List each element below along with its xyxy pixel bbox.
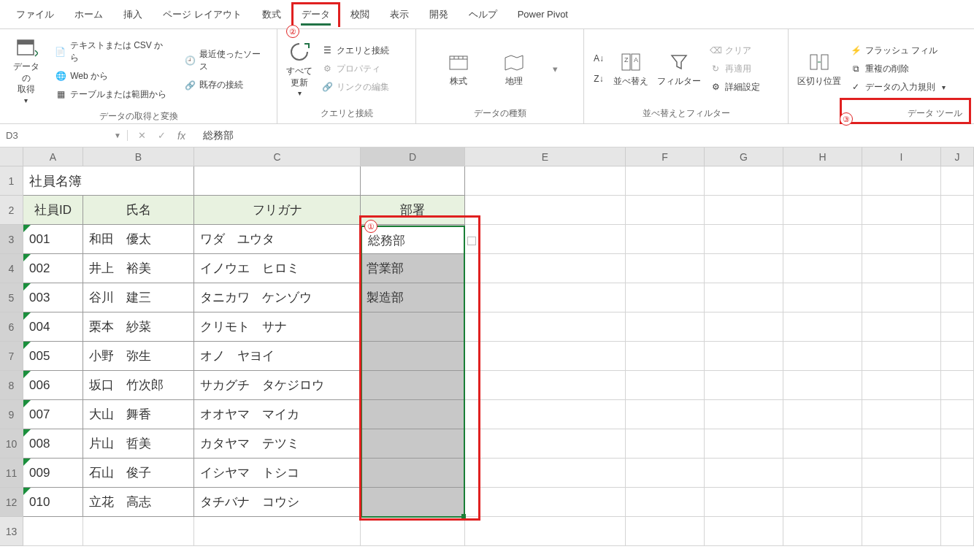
cell-G7[interactable] xyxy=(705,342,783,371)
row-header-1[interactable]: 1 xyxy=(0,166,23,196)
cell-F4[interactable] xyxy=(626,254,705,283)
cell-C13[interactable] xyxy=(194,517,361,546)
cell-E8[interactable] xyxy=(465,371,626,400)
cell-I5[interactable] xyxy=(862,283,941,312)
tab-review[interactable]: 校閲 xyxy=(340,2,380,27)
cell-F12[interactable] xyxy=(626,488,705,517)
cell-H9[interactable] xyxy=(783,400,862,429)
cell-D8[interactable] xyxy=(361,371,465,400)
cell-G10[interactable] xyxy=(705,429,783,459)
cell-D2[interactable]: 部署 xyxy=(361,196,465,225)
cell-E6[interactable] xyxy=(465,312,626,342)
cell-B9[interactable]: 大山 舞香 xyxy=(83,400,194,429)
cell-B3[interactable]: 和田 優太 xyxy=(83,225,194,254)
cell-J6[interactable] xyxy=(941,312,974,342)
cell-B1[interactable] xyxy=(83,166,194,196)
cell-D11[interactable] xyxy=(361,459,465,488)
cell-D12[interactable] xyxy=(361,488,465,517)
remove-duplicates-button[interactable]: ⧉重複の削除 xyxy=(845,61,950,77)
cell-F7[interactable] xyxy=(626,342,705,371)
filter-button[interactable]: フィルター xyxy=(653,47,705,91)
fx-icon[interactable]: fx xyxy=(177,130,185,142)
properties-button[interactable]: ⚙プロパティ xyxy=(317,61,394,77)
cell-B8[interactable]: 坂口 竹次郎 xyxy=(83,371,194,400)
data-validation-button[interactable]: ✓データの入力規則▾ xyxy=(845,79,950,96)
cell-D13[interactable] xyxy=(361,517,465,546)
cell-G12[interactable] xyxy=(705,488,783,517)
from-table-button[interactable]: ▦テーブルまたは範囲から xyxy=(50,86,174,103)
cell-H3[interactable] xyxy=(783,225,862,254)
tab-insert[interactable]: 挿入 xyxy=(113,2,153,27)
col-header-J[interactable]: J xyxy=(941,147,974,166)
col-header-B[interactable]: B xyxy=(83,147,194,166)
cell-C5[interactable]: タニカワ ケンゾウ xyxy=(194,283,361,312)
tab-view[interactable]: 表示 xyxy=(380,2,419,27)
cell-G2[interactable] xyxy=(705,196,783,225)
row-header-11[interactable]: 11 xyxy=(0,459,23,488)
cell-F3[interactable] xyxy=(626,225,705,254)
cell-I6[interactable] xyxy=(862,312,941,342)
cell-J11[interactable] xyxy=(941,459,974,488)
cell-I13[interactable] xyxy=(862,517,941,546)
clear-filter-button[interactable]: ⌫クリア xyxy=(705,42,764,59)
active-cell-D3[interactable]: 総務部 xyxy=(362,227,464,253)
cell-A8[interactable]: 006 xyxy=(23,371,83,400)
cell-J7[interactable] xyxy=(941,342,974,371)
cell-D10[interactable] xyxy=(361,429,465,459)
advanced-filter-button[interactable]: ⚙詳細設定 xyxy=(705,79,764,96)
cell-I9[interactable] xyxy=(862,400,941,429)
cell-A13[interactable] xyxy=(23,517,83,546)
cell-G1[interactable] xyxy=(705,166,783,196)
col-header-G[interactable]: G xyxy=(705,147,783,166)
cell-J4[interactable] xyxy=(941,254,974,283)
cell-D6[interactable] xyxy=(361,312,465,342)
cell-I11[interactable] xyxy=(862,459,941,488)
cell-E1[interactable] xyxy=(465,166,626,196)
cell-G8[interactable] xyxy=(705,371,783,400)
cell-F8[interactable] xyxy=(626,371,705,400)
row-header-8[interactable]: 8 xyxy=(0,371,23,400)
row-header-4[interactable]: 4 xyxy=(0,254,23,283)
cell-C7[interactable]: オノ ヤヨイ xyxy=(194,342,361,371)
cell-J9[interactable] xyxy=(941,400,974,429)
cell-A10[interactable]: 008 xyxy=(23,429,83,459)
tab-page-layout[interactable]: ページ レイアウト xyxy=(153,2,252,27)
cell-H2[interactable] xyxy=(783,196,862,225)
name-box-dropdown-icon[interactable]: ▼ xyxy=(114,131,121,139)
cell-H11[interactable] xyxy=(783,459,862,488)
cell-E2[interactable] xyxy=(465,196,626,225)
row-header-3[interactable]: 3 xyxy=(0,225,23,254)
row-header-7[interactable]: 7 xyxy=(0,342,23,371)
text-to-columns-button[interactable]: 区切り位置 xyxy=(793,32,845,105)
row-header-9[interactable]: 9 xyxy=(0,400,23,429)
cell-J5[interactable] xyxy=(941,283,974,312)
row-header-13[interactable]: 13 xyxy=(0,517,23,546)
col-header-D[interactable]: D xyxy=(361,147,465,166)
cell-H12[interactable] xyxy=(783,488,862,517)
col-header-E[interactable]: E xyxy=(465,147,626,166)
cell-C2[interactable]: フリガナ xyxy=(194,196,361,225)
cell-C1[interactable] xyxy=(194,166,361,196)
cell-I1[interactable] xyxy=(862,166,941,196)
stocks-button[interactable]: 株式 xyxy=(442,47,475,91)
cell-B7[interactable]: 小野 弥生 xyxy=(83,342,194,371)
cell-E11[interactable] xyxy=(465,459,626,488)
cell-C11[interactable]: イシヤマ トシコ xyxy=(194,459,361,488)
cell-C6[interactable]: クリモト サナ xyxy=(194,312,361,342)
cell-C12[interactable]: タチバナ コウシ xyxy=(194,488,361,517)
cell-E4[interactable] xyxy=(465,254,626,283)
cell-F9[interactable] xyxy=(626,400,705,429)
flash-fill-button[interactable]: ⚡フラッシュ フィル xyxy=(845,42,950,59)
cell-G4[interactable] xyxy=(705,254,783,283)
cell-A1[interactable]: 社員名簿 xyxy=(23,166,83,196)
tab-formulas[interactable]: 数式 xyxy=(252,2,291,27)
cell-H13[interactable] xyxy=(783,517,862,546)
cell-B12[interactable]: 立花 高志 xyxy=(83,488,194,517)
tab-developer[interactable]: 開発 xyxy=(419,2,459,27)
cell-I10[interactable] xyxy=(862,429,941,459)
col-header-F[interactable]: F xyxy=(626,147,705,166)
cell-J10[interactable] xyxy=(941,429,974,459)
cell-I2[interactable] xyxy=(862,196,941,225)
formula-input[interactable]: 総務部 xyxy=(196,129,974,142)
cell-A7[interactable]: 005 xyxy=(23,342,83,371)
